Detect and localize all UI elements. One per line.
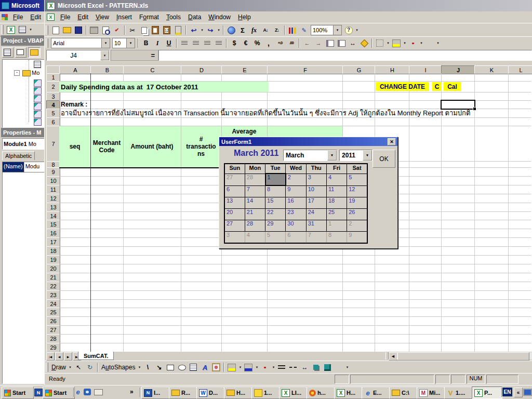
task-button-R[interactable]: R... (169, 387, 200, 399)
paste-function-icon[interactable]: fx (248, 25, 260, 35)
align-center-button[interactable] (190, 38, 202, 48)
view-code-button[interactable] (2, 47, 14, 58)
increase-decimal-button[interactable]: +.0 (274, 38, 286, 48)
calendar-day-19[interactable]: 19 (347, 197, 367, 209)
userform-title-bar[interactable]: UserForm1 ✕ (219, 137, 397, 146)
module-node-icon[interactable] (34, 111, 42, 118)
chevron-down-icon[interactable]: ▾ (101, 38, 110, 48)
calendar-day-30[interactable]: 30 (286, 220, 306, 232)
autoshapes-menu-button[interactable]: AutoShapes (100, 362, 137, 373)
hscroll-track[interactable] (397, 352, 532, 360)
bold-button[interactable]: B (140, 38, 152, 48)
merge-center-button[interactable] (213, 38, 224, 48)
quick-launch-mail-icon[interactable] (94, 389, 103, 395)
row-header-18[interactable]: 18 (46, 246, 60, 256)
calendar-day-20[interactable]: 20 (224, 209, 245, 220)
properties-panel-caption[interactable]: Properties - M (1, 128, 47, 137)
percent-style-button[interactable]: % (251, 38, 263, 48)
calendar-day-26[interactable]: 26 (347, 209, 367, 220)
calendar-day-7[interactable]: 7 (245, 185, 265, 197)
tab-prev-button[interactable]: ◀ (55, 352, 63, 361)
column-header-A[interactable]: A (59, 65, 91, 74)
row-header-10[interactable]: 10 (46, 176, 60, 185)
select-objects-icon[interactable]: ↖ (73, 362, 84, 373)
calendar-day-23[interactable]: 23 (286, 209, 306, 220)
menu-help[interactable]: Help (234, 12, 255, 22)
chevron-down-icon[interactable]: ▾ (68, 362, 73, 373)
chevron-down-icon[interactable]: ▾ (419, 38, 424, 48)
cut-icon[interactable]: ✂ (127, 25, 138, 35)
row-header-27[interactable]: 27 (46, 325, 60, 335)
row-header-4[interactable]: 4 (46, 100, 60, 109)
chevron-down-icon[interactable]: ▾ (126, 38, 135, 48)
row-header-16[interactable]: 16 (46, 229, 60, 238)
quick-launch-ie-icon[interactable]: e (74, 389, 82, 395)
font-color-button[interactable] (259, 362, 271, 373)
hscroll-left-arrow[interactable]: ◀ (389, 352, 397, 361)
task-button-I[interactable]: NI... (141, 387, 172, 399)
module-node-icon[interactable] (34, 87, 42, 95)
column-header-D[interactable]: D (181, 65, 222, 74)
calendar-day-31[interactable]: 31 (306, 220, 326, 232)
calendar-day-6[interactable]: 6 (224, 185, 245, 197)
row-header-14[interactable]: 14 (46, 211, 60, 221)
row-header-1[interactable]: 1 (46, 73, 60, 82)
column-header-C[interactable]: C (123, 65, 182, 74)
tray-network-icon[interactable] (523, 389, 532, 396)
column-header-B[interactable]: B (90, 65, 124, 74)
sort-descending-icon[interactable]: Z↓ (271, 25, 283, 35)
insert-userform-button[interactable] (17, 24, 28, 35)
arrow-icon[interactable]: ↘ (153, 362, 165, 373)
menu-insert[interactable]: Insert (113, 12, 136, 22)
row-header-28[interactable]: 28 (46, 334, 60, 343)
shadow-icon[interactable] (310, 362, 322, 373)
row-header-22[interactable]: 22 (46, 282, 60, 291)
task-button-D[interactable]: WD... (196, 387, 227, 399)
tree-expand-toggle[interactable]: - (14, 70, 20, 76)
comma-style-button[interactable]: , (263, 38, 274, 48)
row-header-6[interactable]: 6 (46, 117, 60, 126)
chevron-down-icon[interactable]: ▾ (254, 362, 259, 373)
fill-color-button[interactable] (391, 38, 402, 48)
name-box[interactable]: J4 ▾ (46, 50, 110, 61)
tab-first-button[interactable]: |◀ (46, 352, 55, 361)
calendar-day-12[interactable]: 12 (347, 185, 367, 197)
row-header-11[interactable]: 11 (46, 185, 60, 194)
column-header-F[interactable]: F (267, 65, 343, 74)
calendar-day-7[interactable]: 7 (306, 232, 326, 244)
menu-view[interactable]: View (92, 12, 113, 22)
fill-handle[interactable] (473, 107, 476, 111)
task-button-1[interactable]: 1... (251, 387, 282, 399)
tab-next-button[interactable]: ▶ (64, 352, 72, 361)
row-header-9[interactable]: 9 (46, 167, 60, 177)
calendar-day-28[interactable]: 28 (245, 220, 265, 232)
chevron-down-icon[interactable]: ▾ (333, 25, 341, 35)
oval-icon[interactable] (176, 362, 188, 373)
more-buttons-icon[interactable] (424, 38, 435, 48)
column-header-L[interactable]: L (508, 65, 532, 74)
align-right-button[interactable] (202, 38, 213, 48)
menu-edit[interactable]: Edit (26, 12, 45, 22)
drawing-icon[interactable]: ✎ (298, 25, 310, 35)
decrease-indent-button[interactable]: ← (301, 38, 313, 48)
calendar-grid[interactable]: SunMonTueWedThuFriSat2728123456789101112… (224, 163, 368, 244)
print-icon[interactable] (88, 25, 100, 35)
quick-launch-overflow-chevron[interactable]: » (130, 388, 134, 395)
menu-format[interactable]: Format (136, 12, 163, 22)
font-size-combo[interactable]: 10▾ (112, 38, 135, 48)
tray-collapse-chevron[interactable]: « (514, 388, 523, 397)
format-painter-icon[interactable] (172, 25, 184, 35)
redo-icon[interactable]: ↪ (205, 25, 216, 35)
toolbar-grip[interactable] (46, 38, 48, 48)
module-node-icon[interactable] (34, 118, 42, 126)
row-header-26[interactable]: 26 (46, 316, 60, 326)
clip-art-icon[interactable] (210, 362, 222, 373)
copy-icon[interactable] (138, 25, 150, 35)
save-icon[interactable] (73, 25, 84, 35)
calendar-day-5[interactable]: 5 (265, 232, 286, 244)
row-header-7[interactable]: 7 (46, 126, 60, 162)
ok-button[interactable]: OK (373, 150, 395, 168)
calendar-day-18[interactable]: 18 (326, 197, 347, 209)
project-tree[interactable]: -Mo (2, 59, 45, 128)
dash-style-icon[interactable] (287, 362, 299, 373)
